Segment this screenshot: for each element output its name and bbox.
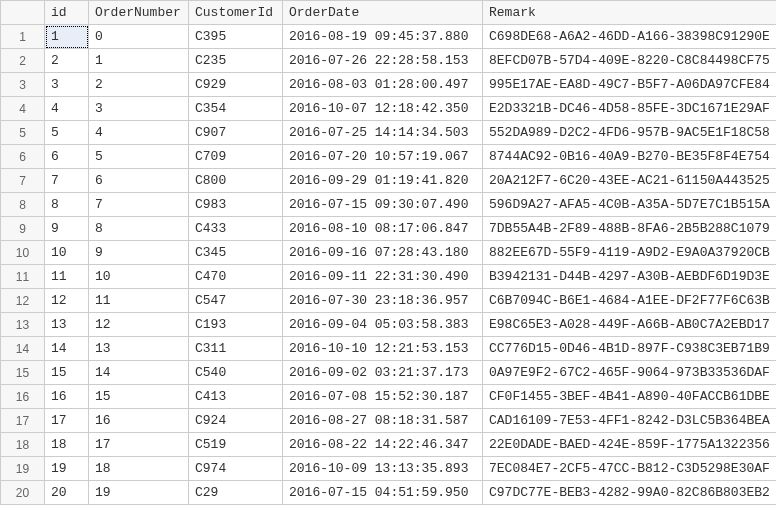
cell-orderdate[interactable]: 2016-07-25 14:14:34.503 <box>283 121 483 145</box>
table-row[interactable]: 554C9072016-07-25 14:14:34.503552DA989-D… <box>1 121 777 145</box>
cell-customerid[interactable]: C800 <box>189 169 283 193</box>
row-number-cell[interactable]: 20 <box>1 481 45 505</box>
cell-id[interactable]: 18 <box>45 433 89 457</box>
cell-ordernumber[interactable]: 7 <box>89 193 189 217</box>
row-number-cell[interactable]: 14 <box>1 337 45 361</box>
cell-orderdate[interactable]: 2016-08-10 08:17:06.847 <box>283 217 483 241</box>
cell-ordernumber[interactable]: 12 <box>89 313 189 337</box>
cell-orderdate[interactable]: 2016-09-11 22:31:30.490 <box>283 265 483 289</box>
cell-customerid[interactable]: C547 <box>189 289 283 313</box>
cell-id[interactable]: 16 <box>45 385 89 409</box>
col-header-ordernumber[interactable]: OrderNumber <box>89 1 189 25</box>
cell-orderdate[interactable]: 2016-08-19 09:45:37.880 <box>283 25 483 49</box>
cell-customerid[interactable]: C983 <box>189 193 283 217</box>
row-number-cell[interactable]: 6 <box>1 145 45 169</box>
cell-id[interactable]: 14 <box>45 337 89 361</box>
row-number-cell[interactable]: 3 <box>1 73 45 97</box>
cell-orderdate[interactable]: 2016-09-29 01:19:41.820 <box>283 169 483 193</box>
cell-orderdate[interactable]: 2016-09-16 07:28:43.180 <box>283 241 483 265</box>
cell-orderdate[interactable]: 2016-08-03 01:28:00.497 <box>283 73 483 97</box>
table-row[interactable]: 121211C5472016-07-30 23:18:36.957C6B7094… <box>1 289 777 313</box>
row-number-header[interactable] <box>1 1 45 25</box>
row-number-cell[interactable]: 18 <box>1 433 45 457</box>
cell-remark[interactable]: E98C65E3-A028-449F-A66B-AB0C7A2EBD17 <box>483 313 777 337</box>
cell-customerid[interactable]: C345 <box>189 241 283 265</box>
cell-id[interactable]: 4 <box>45 97 89 121</box>
row-number-cell[interactable]: 9 <box>1 217 45 241</box>
cell-ordernumber[interactable]: 19 <box>89 481 189 505</box>
cell-customerid[interactable]: C354 <box>189 97 283 121</box>
cell-id[interactable]: 13 <box>45 313 89 337</box>
cell-orderdate[interactable]: 2016-07-15 04:51:59.950 <box>283 481 483 505</box>
row-number-cell[interactable]: 2 <box>1 49 45 73</box>
cell-remark[interactable]: 8744AC92-0B16-40A9-B270-BE35F8F4E754 <box>483 145 777 169</box>
table-row[interactable]: 332C9292016-08-03 01:28:00.497995E17AE-E… <box>1 73 777 97</box>
cell-remark[interactable]: B3942131-D44B-4297-A30B-AEBDF6D19D3E <box>483 265 777 289</box>
cell-orderdate[interactable]: 2016-10-07 12:18:42.350 <box>283 97 483 121</box>
row-number-cell[interactable]: 5 <box>1 121 45 145</box>
row-number-cell[interactable]: 8 <box>1 193 45 217</box>
cell-ordernumber[interactable]: 9 <box>89 241 189 265</box>
cell-orderdate[interactable]: 2016-07-26 22:28:58.153 <box>283 49 483 73</box>
row-number-cell[interactable]: 13 <box>1 313 45 337</box>
cell-remark[interactable]: C698DE68-A6A2-46DD-A166-38398C91290E <box>483 25 777 49</box>
table-row[interactable]: 202019C292016-07-15 04:51:59.950C97DC77E… <box>1 481 777 505</box>
cell-customerid[interactable]: C311 <box>189 337 283 361</box>
cell-remark[interactable]: C97DC77E-BEB3-4282-99A0-82C86B803EB2 <box>483 481 777 505</box>
cell-customerid[interactable]: C540 <box>189 361 283 385</box>
cell-id[interactable]: 1 <box>45 25 89 49</box>
col-header-orderdate[interactable]: OrderDate <box>283 1 483 25</box>
cell-ordernumber[interactable]: 8 <box>89 217 189 241</box>
row-number-cell[interactable]: 11 <box>1 265 45 289</box>
col-header-remark[interactable]: Remark <box>483 1 777 25</box>
cell-orderdate[interactable]: 2016-10-10 12:21:53.153 <box>283 337 483 361</box>
cell-orderdate[interactable]: 2016-10-09 13:13:35.893 <box>283 457 483 481</box>
row-number-cell[interactable]: 1 <box>1 25 45 49</box>
cell-ordernumber[interactable]: 5 <box>89 145 189 169</box>
table-row[interactable]: 181817C5192016-08-22 14:22:46.34722E0DAD… <box>1 433 777 457</box>
table-row[interactable]: 665C7092016-07-20 10:57:19.0678744AC92-0… <box>1 145 777 169</box>
table-row[interactable]: 443C3542016-10-07 12:18:42.350E2D3321B-D… <box>1 97 777 121</box>
cell-id[interactable]: 9 <box>45 217 89 241</box>
cell-customerid[interactable]: C907 <box>189 121 283 145</box>
cell-id[interactable]: 10 <box>45 241 89 265</box>
cell-remark[interactable]: 596D9A27-AFA5-4C0B-A35A-5D7E7C1B515A <box>483 193 777 217</box>
cell-id[interactable]: 11 <box>45 265 89 289</box>
cell-remark[interactable]: CC776D15-0D46-4B1D-897F-C938C3EB71B9 <box>483 337 777 361</box>
cell-ordernumber[interactable]: 3 <box>89 97 189 121</box>
row-number-cell[interactable]: 10 <box>1 241 45 265</box>
cell-remark[interactable]: 882EE67D-55F9-4119-A9D2-E9A0A37920CB <box>483 241 777 265</box>
cell-id[interactable]: 7 <box>45 169 89 193</box>
data-grid[interactable]: id OrderNumber CustomerId OrderDate Rema… <box>0 0 776 505</box>
col-header-customerid[interactable]: CustomerId <box>189 1 283 25</box>
table-row[interactable]: 131312C1932016-09-04 05:03:58.383E98C65E… <box>1 313 777 337</box>
cell-customerid[interactable]: C235 <box>189 49 283 73</box>
cell-id[interactable]: 3 <box>45 73 89 97</box>
row-number-cell[interactable]: 16 <box>1 385 45 409</box>
cell-customerid[interactable]: C519 <box>189 433 283 457</box>
table-row[interactable]: 151514C5402016-09-02 03:21:37.1730A97E9F… <box>1 361 777 385</box>
cell-remark[interactable]: 995E17AE-EA8D-49C7-B5F7-A06DA97CFE84 <box>483 73 777 97</box>
cell-customerid[interactable]: C433 <box>189 217 283 241</box>
table-row[interactable]: 10109C3452016-09-16 07:28:43.180882EE67D… <box>1 241 777 265</box>
row-number-cell[interactable]: 19 <box>1 457 45 481</box>
table-row[interactable]: 887C9832016-07-15 09:30:07.490596D9A27-A… <box>1 193 777 217</box>
cell-id[interactable]: 2 <box>45 49 89 73</box>
cell-customerid[interactable]: C929 <box>189 73 283 97</box>
cell-remark[interactable]: 552DA989-D2C2-4FD6-957B-9AC5E1F18C58 <box>483 121 777 145</box>
cell-remark[interactable]: CAD16109-7E53-4FF1-8242-D3LC5B364BEA <box>483 409 777 433</box>
row-number-cell[interactable]: 15 <box>1 361 45 385</box>
row-number-cell[interactable]: 4 <box>1 97 45 121</box>
cell-remark[interactable]: 7DB55A4B-2F89-488B-8FA6-2B5B288C1079 <box>483 217 777 241</box>
cell-customerid[interactable]: C193 <box>189 313 283 337</box>
cell-id[interactable]: 12 <box>45 289 89 313</box>
cell-orderdate[interactable]: 2016-07-20 10:57:19.067 <box>283 145 483 169</box>
cell-remark[interactable]: E2D3321B-DC46-4D58-85FE-3DC1671E29AF <box>483 97 777 121</box>
cell-remark[interactable]: CF0F1455-3BEF-4B41-A890-40FACCB61DBE <box>483 385 777 409</box>
cell-ordernumber[interactable]: 2 <box>89 73 189 97</box>
cell-orderdate[interactable]: 2016-08-27 08:18:31.587 <box>283 409 483 433</box>
cell-customerid[interactable]: C395 <box>189 25 283 49</box>
cell-customerid[interactable]: C413 <box>189 385 283 409</box>
cell-remark[interactable]: 7EC084E7-2CF5-47CC-B812-C3D5298E30AF <box>483 457 777 481</box>
row-number-cell[interactable]: 7 <box>1 169 45 193</box>
